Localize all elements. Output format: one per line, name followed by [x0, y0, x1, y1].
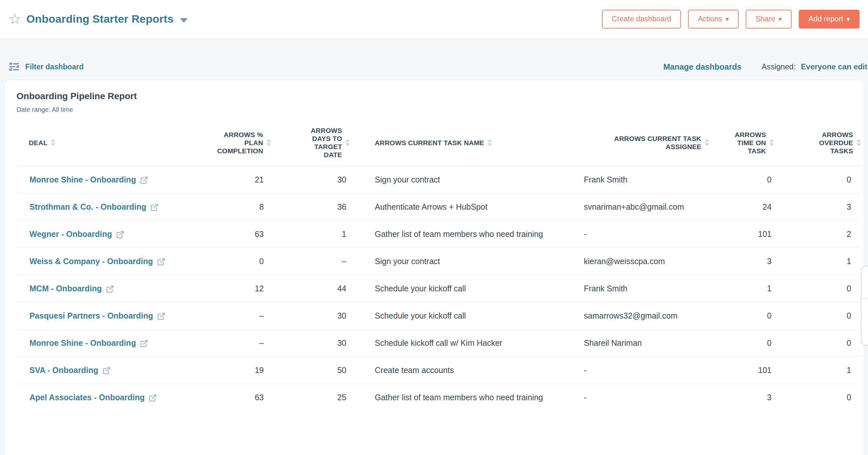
top-bar: ☆ Onboarding Starter Reports Create dash… — [0, 0, 868, 38]
cell-overdue-tasks: 0 — [774, 302, 861, 330]
deal-link[interactable]: Monroe Shine - Onboarding — [29, 338, 148, 348]
caret-down-icon: ▾ — [725, 16, 729, 22]
cell-plan-completion: 21 — [217, 166, 269, 194]
sort-arrows-icon — [856, 139, 861, 146]
column-header-deal[interactable]: DEAL — [17, 122, 217, 166]
deal-link[interactable]: Monroe Shine - Onboarding — [29, 175, 148, 184]
cell-deal: Apel Associates - Onboarding — [17, 384, 217, 411]
cell-overdue-tasks: 1 — [774, 248, 861, 275]
cell-overdue-tasks: 3 — [774, 194, 861, 221]
filter-dashboard-link[interactable]: Filter dashboard — [8, 62, 84, 72]
cell-days-to-target: 30 — [269, 166, 350, 194]
cell-task-name: Create team accounts — [350, 357, 560, 384]
cell-time-on-task: 0 — [709, 302, 774, 330]
column-header-label: ARROWSOVERDUETASKS — [819, 131, 853, 155]
create-dashboard-button[interactable]: Create dashboard — [602, 10, 681, 29]
cell-plan-completion: 0 — [217, 248, 269, 275]
deal-link[interactable]: Wegner - Onboarding — [29, 229, 124, 239]
chevron-down-icon[interactable] — [180, 18, 188, 23]
cell-assignee: samarrows32@gmail.com — [560, 302, 709, 330]
assigned-value-link[interactable]: Everyone can edit — [801, 62, 867, 71]
cell-assignee: Shareil Nariman — [560, 330, 709, 357]
table-body: Monroe Shine - Onboarding2130Sign your c… — [17, 166, 861, 411]
report-table: DEALARROWS %PLANCOMPLETIONARROWSDAYS TOT… — [17, 122, 861, 411]
external-link-icon — [140, 339, 148, 348]
cell-assignee: - — [560, 384, 709, 411]
cell-deal: Monroe Shine - Onboarding — [17, 330, 217, 357]
external-link-icon — [157, 312, 165, 320]
topbar-actions: Create dashboard Actions ▾ Share ▾ Add r… — [602, 10, 860, 29]
external-link-icon — [150, 203, 159, 211]
cell-overdue-tasks: 0 — [774, 384, 861, 411]
deal-link[interactable]: Strothman & Co. - Onboarding — [29, 202, 159, 211]
cell-plan-completion: 8 — [217, 194, 269, 221]
page-title[interactable]: Onboarding Starter Reports — [26, 12, 174, 25]
cell-time-on-task: 3 — [709, 248, 774, 275]
external-link-icon — [106, 285, 114, 293]
sort-arrows-icon — [345, 139, 350, 146]
caret-down-icon: ▾ — [779, 16, 782, 22]
cell-overdue-tasks: 0 — [774, 275, 861, 302]
manage-dashboards-link[interactable]: Manage dashboards — [663, 62, 741, 72]
report-date-range: Date range: All time — [17, 106, 852, 113]
cell-days-to-target: – — [269, 248, 350, 275]
cell-assignee: Frank Smith — [560, 275, 709, 302]
column-header-arrows-current-task-assignee[interactable]: ARROWS CURRENT TASKASSIGNEE — [560, 122, 709, 166]
share-button[interactable]: Share ▾ — [746, 10, 792, 29]
column-header-label: ARROWSDAYS TOTARGETDATE — [311, 126, 342, 159]
sort-arrows-icon — [266, 139, 271, 146]
table-row: Wegner - Onboarding631Gather list of tea… — [17, 221, 861, 248]
cell-task-name: Sign your contract — [350, 248, 560, 275]
deal-link[interactable]: MCM - Onboarding — [29, 284, 114, 293]
cell-overdue-tasks: 0 — [774, 330, 861, 357]
cell-task-name: Authenticate Arrows + HubSpot — [350, 194, 560, 221]
actions-button[interactable]: Actions ▾ — [688, 10, 739, 29]
edge-pullout-divider — [862, 298, 868, 299]
cell-assignee: - — [560, 357, 709, 384]
actions-label: Actions — [698, 15, 722, 23]
assigned-label: Assigned: — [762, 62, 796, 71]
add-report-button[interactable]: Add report ▾ — [799, 10, 860, 29]
external-link-icon — [149, 394, 157, 402]
cell-assignee: Frank Smith — [560, 166, 709, 194]
cell-deal: SVA - Onboarding — [17, 357, 217, 384]
add-report-label: Add report — [808, 15, 843, 23]
sort-arrows-icon — [51, 139, 55, 146]
column-header-label: ARROWS CURRENT TASKASSIGNEE — [614, 135, 701, 151]
cell-plan-completion: 63 — [217, 221, 269, 248]
cell-time-on-task: 24 — [709, 194, 774, 221]
cell-deal: Strothman & Co. - Onboarding — [17, 194, 217, 221]
filter-dashboard-label: Filter dashboard — [25, 62, 84, 71]
external-link-icon — [157, 258, 165, 266]
cell-deal: Wegner - Onboarding — [17, 221, 217, 248]
external-link-icon — [102, 367, 111, 375]
table-row: Pasquesi Partners - Onboarding–30Schedul… — [17, 302, 861, 330]
cell-plan-completion: 12 — [217, 275, 269, 302]
table-row: SVA - Onboarding1950Create team accounts… — [17, 357, 861, 384]
star-icon[interactable]: ☆ — [8, 12, 21, 26]
external-link-icon — [140, 176, 148, 184]
deal-link[interactable]: Apel Associates - Onboarding — [29, 393, 157, 402]
column-header-arrows-time-on-task[interactable]: ARROWSTIME ONTASK — [709, 122, 774, 166]
share-label: Share — [755, 15, 775, 23]
report-card: Onboarding Pipeline Report Date range: A… — [4, 80, 864, 455]
column-header-arrows-days-to-target-date[interactable]: ARROWSDAYS TOTARGETDATE — [269, 122, 350, 166]
table-row: Apel Associates - Onboarding6325Gather l… — [17, 384, 861, 411]
edge-pullout-tab[interactable] — [861, 266, 868, 345]
cell-overdue-tasks: 2 — [774, 221, 861, 248]
deal-link[interactable]: Pasquesi Partners - Onboarding — [29, 311, 165, 320]
cell-task-name: Gather list of team members who need tra… — [350, 384, 560, 411]
column-header-arrows-overdue-tasks[interactable]: ARROWSOVERDUETASKS — [774, 122, 861, 166]
cell-days-to-target: 36 — [269, 194, 350, 221]
deal-link[interactable]: SVA - Onboarding — [29, 366, 111, 375]
deal-link[interactable]: Weiss & Company - Onboarding — [29, 257, 165, 266]
cell-assignee: - — [560, 221, 709, 248]
cell-plan-completion: – — [217, 330, 269, 357]
report-title: Onboarding Pipeline Report — [17, 91, 852, 102]
cell-task-name: Gather list of team members who need tra… — [350, 221, 560, 248]
column-header-arrows-percent-plan-completion[interactable]: ARROWS %PLANCOMPLETION — [217, 122, 269, 166]
sort-arrows-icon — [769, 139, 774, 146]
column-header-arrows-current-task-name[interactable]: ARROWS CURRENT TASK NAME — [350, 122, 560, 166]
cell-time-on-task: 0 — [709, 166, 774, 194]
cell-days-to-target: 25 — [269, 384, 350, 411]
